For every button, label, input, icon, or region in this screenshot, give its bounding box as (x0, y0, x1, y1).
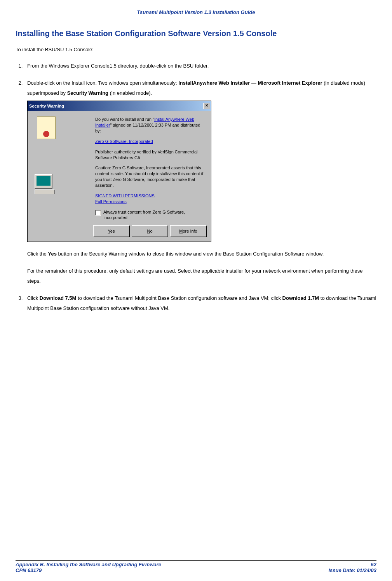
document-header: Tsunami Multipoint Version 1.3 Installat… (16, 9, 376, 17)
dialog-icon-panel (33, 117, 95, 221)
dialog-q-a: Do you want to install and run " (95, 117, 154, 122)
permissions-block: SIGNED WITH PERMISSIONS Full Permissions (95, 193, 206, 205)
no-button[interactable]: No (132, 225, 168, 237)
s3-c: to download the Tsunami Multipoint Base … (76, 295, 282, 301)
always-trust-label: Always trust content from Zero G Softwar… (103, 209, 206, 221)
security-warning-dialog: Security Warning ✕ (27, 101, 211, 242)
step-2-text-d: (in enabled mode). (108, 90, 152, 96)
s2n1-a: Click the (27, 251, 48, 257)
step-3: Click Download 7.5M to download the Tsun… (24, 293, 376, 313)
step-2: Double-click on the Install icon. Two wi… (24, 78, 376, 286)
footer-appendix: Appendix B. Installing the Software and … (16, 562, 161, 567)
step-2-note-1: Click the Yes button on the Security War… (27, 249, 376, 259)
caution-text: Caution: Zero G Software, Incorporated a… (95, 165, 206, 188)
dialog-q-b: " signed on 11/12/2001 2:33 PM and distr… (95, 123, 200, 133)
dialog-title: Security Warning (29, 102, 64, 110)
publisher-text: Publisher authenticity verified by VeriS… (95, 149, 206, 161)
s2n1-c: button on the Security Warning window to… (57, 251, 324, 257)
step-2-bold-2: Microsoft Internet Explorer (258, 80, 322, 86)
step-2-bold-1: InstallAnywhere Web Installer (178, 80, 250, 86)
steps-list: From the Windows Explorer Console1.5 dir… (16, 61, 376, 313)
s2n1-b: Yes (48, 251, 56, 257)
computer-icon (35, 174, 56, 193)
permissions-link-1[interactable]: SIGNED WITH PERMISSIONS (95, 193, 155, 198)
intro-text: To install the BSU/SU 1.5 Console: (16, 45, 376, 54)
s3-b2: Download 1.7M (282, 295, 319, 301)
always-trust-checkbox[interactable] (95, 210, 101, 216)
step-2-dash: — (250, 80, 258, 86)
step-2-bold-3: Security Warning (67, 90, 108, 96)
footer-issue-date: Issue Date: 01/24/03 (328, 567, 376, 573)
dialog-content: Do you want to install and run "InstallA… (95, 117, 206, 221)
page-footer: Appendix B. Installing the Software and … (16, 560, 376, 573)
dialog-button-row: Yes No More Info (28, 224, 211, 242)
footer-cpn: CPN 63179 (16, 567, 42, 573)
permissions-link-2[interactable]: Full Permissions (95, 199, 127, 204)
vendor-link[interactable]: Zero G Software, Incorporated (95, 139, 153, 144)
section-title: Installing the Base Station Configuratio… (16, 29, 376, 38)
s3-a: Click (27, 295, 40, 301)
s3-b1: Download 7.5M (40, 295, 77, 301)
dialog-question: Do you want to install and run "InstallA… (95, 117, 206, 134)
footer-page-number: 52 (371, 562, 376, 567)
certificate-icon (37, 117, 56, 139)
step-1: From the Windows Explorer Console1.5 dir… (24, 61, 376, 71)
close-icon[interactable]: ✕ (203, 103, 210, 109)
yes-button[interactable]: Yes (93, 225, 129, 237)
dialog-titlebar: Security Warning ✕ (28, 101, 211, 111)
always-trust-row: Always trust content from Zero G Softwar… (95, 209, 206, 221)
step-2-note-2: For the remainder of this procedure, onl… (27, 266, 376, 286)
more-info-button[interactable]: More Info (170, 225, 206, 237)
step-2-text-a: Double-click on the Install icon. Two wi… (27, 80, 178, 86)
security-warning-screenshot: Security Warning ✕ (27, 101, 376, 242)
